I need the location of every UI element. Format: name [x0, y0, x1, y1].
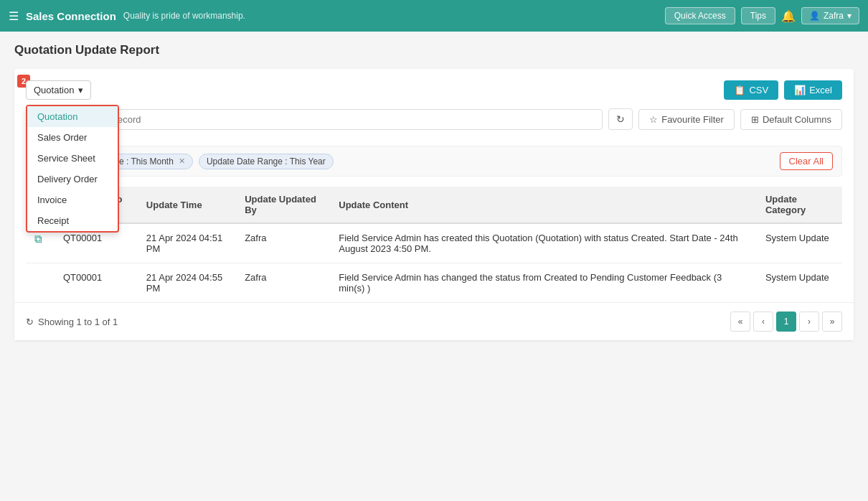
pagination-current-button[interactable]: 1: [776, 312, 796, 332]
filter-tag-close-1[interactable]: ✕: [179, 156, 185, 166]
cell-update-content-2: Field Service Admin has changed the stat…: [330, 263, 757, 303]
table-row: QT00001 21 Apr 2024 04:55 PM Zafra Field…: [26, 263, 842, 303]
user-chevron-icon: ▾: [847, 11, 852, 21]
favourite-filter-label: Favourite Filter: [661, 114, 724, 125]
main-content: Quotation Update Report 2 Quotation ▾ Q: [0, 32, 868, 501]
star-icon: ☆: [649, 114, 658, 125]
pagination-prev-button[interactable]: ‹: [753, 312, 773, 332]
cell-update-category-2: System Update: [757, 263, 842, 303]
user-avatar-icon: 👤: [809, 11, 820, 21]
filter-tag-update-date: Update Date Range : This Year: [199, 154, 334, 169]
toolbar-right: 📋 CSV 📊 Excel: [724, 80, 842, 100]
page-title: Quotation Update Report: [14, 43, 854, 57]
notification-icon[interactable]: 🔔: [781, 9, 796, 23]
filter-row: ↻ ☆ Favourite Filter ⊞ Default Columns: [26, 108, 842, 137]
col-update-category: Update Category: [757, 187, 842, 223]
pagination-next-button[interactable]: ›: [799, 312, 819, 332]
col-update-content: Update Content: [330, 187, 757, 223]
cell-quotation-no-2: QT00001: [55, 263, 138, 303]
csv-icon: 📋: [734, 85, 745, 95]
user-menu-button[interactable]: 👤 Zafra ▾: [801, 7, 859, 24]
clear-all-button[interactable]: Clear All: [780, 152, 833, 170]
excel-icon: 📊: [794, 85, 806, 95]
quick-access-button[interactable]: Quick Access: [665, 7, 735, 24]
footer-refresh-icon[interactable]: ↻: [26, 317, 34, 327]
showing-text: Showing 1 to 1 of 1: [38, 317, 118, 327]
columns-icon: ⊞: [751, 114, 759, 125]
dropdown-value: Quotation: [34, 85, 74, 95]
cell-updated-by-2: Zafra: [236, 263, 330, 303]
pagination-first-button[interactable]: «: [730, 312, 750, 332]
report-card: 2 Quotation ▾ Quotation Sales Order Serv…: [14, 69, 854, 340]
cell-open-icon-2: [26, 263, 55, 303]
dropdown-item-delivery-order[interactable]: Delivery Order: [27, 169, 118, 189]
filter-tag-label-2: Update Date Range : This Year: [207, 156, 326, 167]
dropdown-item-service-sheet[interactable]: Service Sheet: [27, 148, 118, 169]
app-header: ☰ Sales Connection Quality is pride of w…: [0, 0, 868, 32]
header-tagline: Quality is pride of workmanship.: [123, 11, 245, 21]
default-columns-button[interactable]: ⊞ Default Columns: [740, 109, 842, 130]
brand-name: Sales Connection: [26, 10, 116, 22]
dropdown-item-quotation[interactable]: Quotation: [27, 106, 118, 127]
cell-update-content-1: Field Service Admin has created this Quo…: [330, 223, 757, 263]
table-row: ⧉ QT00001 21 Apr 2024 04:51 PM Zafra Fie…: [26, 223, 842, 263]
data-table: # Quotation No ⇅ Update Time Update Upda…: [26, 187, 842, 302]
cell-update-time-1: 21 Apr 2024 04:51 PM: [138, 223, 236, 263]
type-dropdown[interactable]: Quotation ▾: [26, 80, 91, 100]
table-footer: ↻ Showing 1 to 1 of 1 « ‹ 1 › »: [14, 302, 854, 340]
dropdown-chevron-icon: ▾: [78, 85, 83, 95]
table-body: ⧉ QT00001 21 Apr 2024 04:51 PM Zafra Fie…: [26, 223, 842, 302]
csv-export-button[interactable]: 📋 CSV: [724, 80, 778, 100]
dropdown-item-receipt[interactable]: Receipt: [27, 210, 118, 231]
header-left: ☰ Sales Connection Quality is pride of w…: [9, 9, 658, 23]
col-update-time: Update Time: [138, 187, 236, 223]
col-updated-by: Update Updated By: [236, 187, 330, 223]
toolbar-row: 2 Quotation ▾ Quotation Sales Order Serv…: [26, 80, 842, 100]
refresh-button[interactable]: ↻: [608, 108, 633, 130]
table-header: # Quotation No ⇅ Update Time Update Upda…: [26, 187, 842, 223]
cell-update-time-2: 21 Apr 2024 04:55 PM: [138, 263, 236, 303]
dropdown-item-sales-order[interactable]: Sales Order: [27, 127, 118, 148]
cell-update-category-1: System Update: [757, 223, 842, 263]
active-filters-row: Creation Date Range : This Month ✕ Updat…: [26, 146, 842, 177]
default-columns-label: Default Columns: [763, 114, 831, 125]
excel-label: Excel: [809, 85, 832, 95]
dropdown-item-invoice[interactable]: Invoice: [27, 189, 118, 210]
tips-button[interactable]: Tips: [741, 7, 775, 24]
user-name-label: Zafra: [824, 11, 844, 21]
open-record-icon-1[interactable]: ⧉: [34, 233, 42, 245]
pagination-last-button[interactable]: »: [822, 312, 842, 332]
menu-icon[interactable]: ☰: [9, 9, 19, 23]
showing-text-container: ↻ Showing 1 to 1 of 1: [26, 317, 118, 327]
header-right: Quick Access Tips 🔔 👤 Zafra ▾: [665, 7, 859, 24]
header-row: # Quotation No ⇅ Update Time Update Upda…: [26, 187, 842, 223]
favourite-filter-button[interactable]: ☆ Favourite Filter: [638, 109, 735, 130]
dropdown-menu: Quotation Sales Order Service Sheet Deli…: [26, 105, 119, 233]
excel-export-button[interactable]: 📊 Excel: [784, 80, 842, 100]
pagination: « ‹ 1 › »: [730, 312, 842, 332]
table-wrapper: # Quotation No ⇅ Update Time Update Upda…: [26, 187, 842, 302]
toolbar-left: 2 Quotation ▾ Quotation Sales Order Serv…: [26, 80, 91, 100]
csv-label: CSV: [749, 85, 768, 95]
cell-updated-by-1: Zafra: [236, 223, 330, 263]
dropdown-wrapper: 2 Quotation ▾ Quotation Sales Order Serv…: [26, 80, 91, 100]
